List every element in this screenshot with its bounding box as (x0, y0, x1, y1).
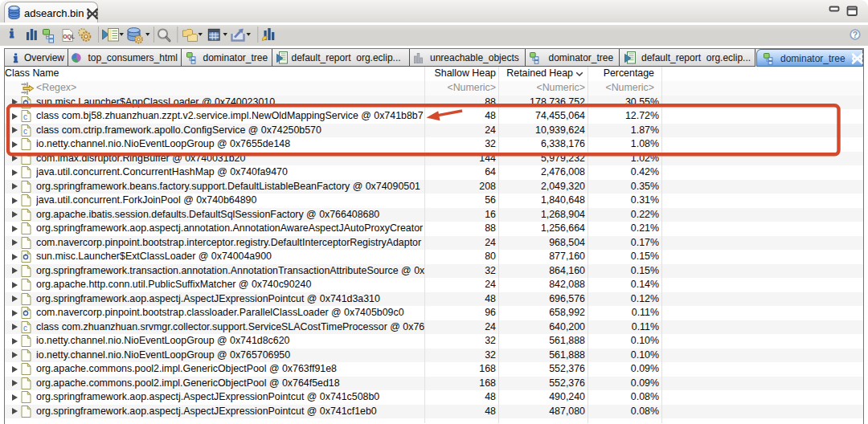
svg-text:?: ? (853, 30, 858, 39)
svg-text:OQL: OQL (63, 34, 75, 40)
